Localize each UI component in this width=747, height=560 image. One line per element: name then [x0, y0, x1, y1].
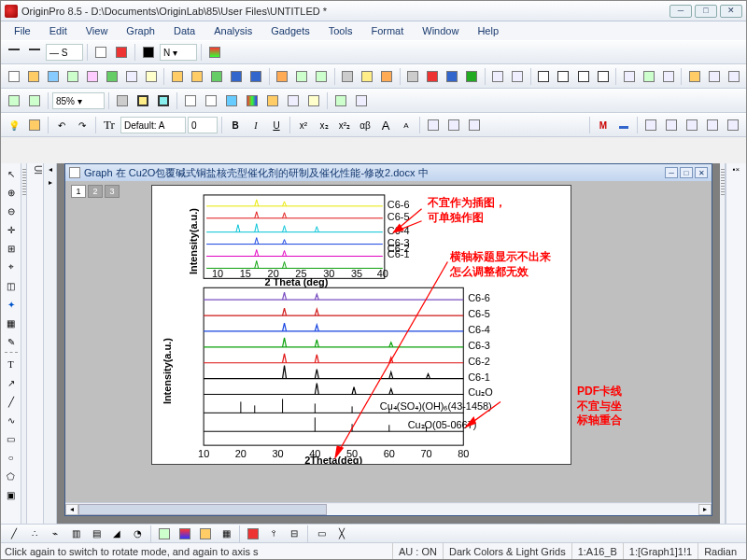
marker-button[interactable] [139, 43, 158, 62]
supsub-button[interactable]: x²₂ [335, 116, 354, 134]
menu-analysis[interactable]: Analysis [204, 23, 261, 38]
add-timestamp-button[interactable] [263, 91, 282, 110]
data-reader-tool-icon[interactable]: ⌖ [3, 259, 20, 275]
open-template-button[interactable] [188, 67, 205, 86]
chart-green-button[interactable] [463, 67, 481, 86]
extra1-button[interactable] [641, 116, 660, 134]
arrow-tool-icon[interactable]: ↗ [3, 374, 20, 391]
add-function-button[interactable] [331, 91, 350, 110]
curve-tool-icon[interactable]: ∿ [3, 412, 20, 428]
3d-xyz-button[interactable] [155, 525, 174, 543]
scatter-plot-button[interactable]: ∴ [25, 525, 44, 543]
close-button[interactable]: ✕ [720, 5, 742, 18]
menu-help[interactable]: Help [468, 23, 508, 38]
scroll-thumb[interactable] [78, 504, 327, 515]
line-weight-select[interactable]: — S [46, 44, 83, 61]
import-multi-button[interactable] [313, 67, 331, 86]
bold-button[interactable]: B [226, 116, 245, 134]
menu-data[interactable]: Data [164, 23, 204, 38]
junction-button[interactable]: ╳ [332, 525, 351, 543]
redo-icon[interactable]: ↷ [73, 116, 92, 134]
save-button[interactable] [227, 67, 245, 86]
batch-button[interactable] [339, 67, 357, 86]
lock-icon[interactable] [25, 116, 44, 134]
line-style-button[interactable] [5, 43, 23, 62]
right-panel-close-icon[interactable]: ▪× [726, 165, 746, 174]
font-size-select[interactable]: 0 [188, 117, 218, 133]
extra3-button[interactable] [683, 116, 701, 134]
align-button[interactable] [424, 116, 443, 134]
script-button[interactable] [685, 67, 703, 86]
font-increase-button[interactable]: A [376, 116, 395, 134]
add-color-button[interactable] [243, 91, 261, 110]
graph-window[interactable]: Graph 在 Cu2O包覆碱式铜盐核壳型催化剂的研制及催化性能-修改2.doc… [64, 163, 712, 516]
text-tool-icon[interactable]: Tr [100, 116, 119, 134]
wizard-button[interactable] [725, 67, 742, 86]
contour-button[interactable] [196, 525, 215, 543]
mask-button[interactable]: M [594, 116, 613, 134]
screen-reader-tool-icon[interactable]: ⊞ [3, 240, 20, 257]
color-select[interactable]: N ▾ [160, 44, 197, 61]
new-excel-button[interactable] [103, 67, 120, 86]
minimize-button[interactable]: ─ [669, 5, 692, 18]
layer-mgmt-button[interactable] [352, 91, 371, 110]
menu-view[interactable]: View [77, 23, 118, 38]
new-notes-button[interactable] [142, 67, 160, 86]
new-graph-button[interactable] [63, 67, 81, 86]
refresh-button[interactable] [640, 67, 657, 86]
layer-tab-2[interactable]: 2 [88, 185, 103, 198]
circle-tool-icon[interactable]: ○ [3, 449, 20, 466]
slide-button[interactable] [509, 67, 527, 86]
italic-button[interactable]: I [247, 116, 265, 134]
open-button[interactable] [168, 67, 186, 86]
column-plot-button[interactable]: ▥ [66, 525, 85, 543]
layer-tab-1[interactable]: 1 [71, 185, 86, 198]
mask-tool-icon[interactable]: ▦ [3, 315, 20, 331]
menu-window[interactable]: Window [413, 23, 468, 38]
superscript-button[interactable]: x² [294, 116, 313, 134]
greek-button[interactable]: αβ [356, 116, 374, 134]
graph-window-titlebar[interactable]: Graph 在 Cu2O包覆碱式铜盐核壳型催化剂的研制及催化性能-修改2.doc… [65, 164, 712, 181]
import-wizard-button[interactable] [274, 67, 291, 86]
pointer-tool-icon[interactable]: ↖ [3, 165, 20, 182]
underline-button[interactable]: U [267, 116, 286, 134]
data-selector-tool-icon[interactable]: ◫ [3, 277, 20, 294]
zoom-select[interactable]: 85% ▾ [52, 92, 105, 109]
project-explorer-grip[interactable] [21, 163, 27, 524]
fill-red-button[interactable] [112, 43, 131, 62]
line-tool-icon[interactable]: ╱ [3, 393, 20, 410]
undo-icon[interactable]: ↶ [52, 116, 71, 134]
zoom-all-button[interactable] [620, 67, 638, 86]
child-min-button[interactable]: ─ [665, 167, 678, 178]
new-project-button[interactable] [5, 67, 22, 86]
pie-plot-button[interactable]: ◔ [128, 525, 147, 543]
collapsed-panel[interactable]: ◂ ▸ [44, 163, 57, 524]
area-plot-button[interactable]: ◢ [107, 525, 126, 543]
bar-plot-button[interactable]: ▤ [87, 525, 106, 543]
zoom-layer-button[interactable] [25, 91, 44, 110]
code-button[interactable] [705, 67, 723, 86]
layer-tab-3[interactable]: 3 [105, 185, 120, 198]
scroll-left-icon[interactable]: ◂ [65, 504, 78, 515]
draw-tool-icon[interactable]: ✎ [3, 333, 20, 350]
region-tool-icon[interactable]: ✦ [3, 296, 20, 313]
print-graph-button[interactable] [113, 91, 132, 110]
open-excel-button[interactable] [207, 67, 225, 86]
right-panel-grip[interactable] [720, 163, 726, 524]
font-family-select[interactable]: Default: A [120, 117, 186, 133]
chart-red-button[interactable] [424, 67, 442, 86]
duplicate-button[interactable] [489, 67, 507, 86]
add-xy-button[interactable] [222, 91, 241, 110]
rect-tool-icon[interactable]: ▭ [3, 430, 20, 447]
child-close-button[interactable]: ✕ [695, 167, 708, 178]
subscript-button[interactable]: x₂ [315, 116, 333, 134]
child-max-button[interactable]: □ [680, 167, 693, 178]
image-plot-button[interactable]: ▦ [217, 525, 235, 543]
line-symbol-button[interactable]: ⌁ [46, 525, 64, 543]
palette-yellow-button[interactable] [134, 91, 152, 110]
save-template-button[interactable] [247, 67, 265, 86]
dash-style-button[interactable] [25, 43, 44, 62]
text-label-tool-icon[interactable]: T [3, 356, 20, 372]
extract-button[interactable] [465, 116, 484, 134]
new-layout-button[interactable] [122, 67, 140, 86]
